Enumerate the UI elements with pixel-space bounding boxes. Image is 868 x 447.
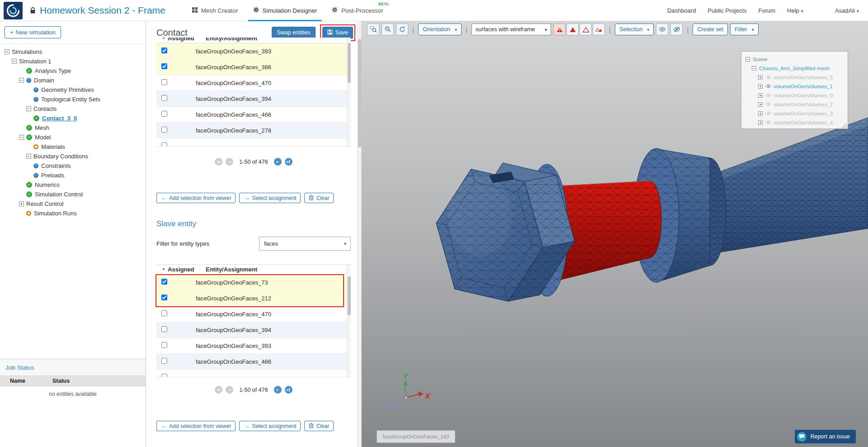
visibility-eye-icon[interactable] xyxy=(765,93,771,98)
row-checkbox[interactable] xyxy=(161,63,167,69)
table-row[interactable]: faceGroupOnGeoFaces_470 xyxy=(156,306,351,322)
visibility-eye-icon[interactable] xyxy=(765,75,771,80)
previous-page-button[interactable]: ◂ xyxy=(226,158,233,166)
previous-page-button[interactable]: ◂ xyxy=(226,386,233,394)
first-page-button[interactable]: ◂ xyxy=(215,386,222,394)
visibility-eye-icon[interactable] xyxy=(765,111,771,116)
nav-forum-link[interactable]: Forum xyxy=(759,7,776,14)
entity-type-select[interactable]: faces ▾ xyxy=(259,237,351,251)
first-page-button[interactable]: ◂ xyxy=(215,158,222,166)
collapse-icon[interactable] xyxy=(19,78,24,83)
sort-caret-icon[interactable]: ▼ xyxy=(162,38,165,40)
scrollbar-thumb[interactable] xyxy=(348,276,351,315)
nav-public-projects-link[interactable]: Public Projects xyxy=(708,7,747,14)
tree-item-contact-3-0[interactable]: Contact_3_0 xyxy=(0,114,146,123)
scene-volume-item[interactable]: volumeOnGeoVolumes_3 xyxy=(745,109,848,118)
last-page-button[interactable]: ▸ xyxy=(285,158,292,166)
expand-icon[interactable] xyxy=(758,111,763,116)
scene-volume-item[interactable]: volumeOnGeoVolumes_4 xyxy=(745,118,848,127)
scene-tree-overlay[interactable]: Scene Chassis_Arm_Simplified mesh volume… xyxy=(741,51,848,129)
table-row[interactable]: faceGroupOnGeoFaces_212 xyxy=(156,290,351,306)
entity-column-header[interactable]: Entity/Assignment xyxy=(196,266,257,273)
clear-button[interactable]: Clear xyxy=(304,193,334,203)
tree-item-materials[interactable]: Materials xyxy=(0,142,146,152)
tree-item-simulations[interactable]: Simulations xyxy=(0,47,146,57)
table-row[interactable]: faceGroupOnGeoFaces_73 xyxy=(156,275,351,290)
tree-item-numerics[interactable]: Numerics xyxy=(0,180,146,190)
filter-dropdown[interactable]: Filter ▾ xyxy=(730,24,759,35)
visibility-eye-icon[interactable] xyxy=(765,120,771,125)
collapse-icon[interactable] xyxy=(12,59,17,64)
collapse-icon[interactable] xyxy=(5,49,9,54)
tree-item-geometry-primitives[interactable]: Geometry Primitives xyxy=(0,85,146,95)
collapse-icon[interactable] xyxy=(19,135,24,140)
row-checkbox[interactable] xyxy=(161,279,167,285)
row-checkbox[interactable] xyxy=(161,342,167,348)
last-page-button[interactable]: ▸ xyxy=(285,386,292,394)
simscale-logo[interactable] xyxy=(4,2,23,19)
create-set-button[interactable]: Create set xyxy=(693,24,728,35)
nav-help-menu[interactable]: Help▾ xyxy=(787,7,803,14)
row-checkbox[interactable] xyxy=(161,295,167,300)
tab-post-processor[interactable]: Post-Processor BETA xyxy=(324,0,390,21)
row-checkbox[interactable] xyxy=(161,79,167,85)
expand-icon[interactable] xyxy=(19,201,24,206)
expand-icon[interactable] xyxy=(758,84,763,89)
tab-mesh-creator[interactable]: Mesh Creator xyxy=(184,0,245,21)
table-row[interactable]: faceGroupOnGeoFaces_470 xyxy=(156,75,351,91)
table-row[interactable]: faceGroupOnGeoFaces_394 xyxy=(156,91,351,107)
visibility-eye-icon[interactable] xyxy=(765,102,771,107)
row-checkbox[interactable] xyxy=(161,310,167,316)
swap-entities-button[interactable]: Swap entities xyxy=(272,27,315,38)
tab-simulation-designer[interactable]: Simulation Designer xyxy=(245,0,325,21)
tree-item-simulation-control[interactable]: Simulation Control xyxy=(0,190,146,199)
scrollbar-thumb[interactable] xyxy=(348,43,351,83)
table-row[interactable]: faceGroupOnGeoFaces_466 xyxy=(156,107,351,123)
tree-item-mesh[interactable]: Mesh xyxy=(0,123,146,133)
table-row[interactable]: faceGroupOnGeoFaces_393 xyxy=(156,338,351,354)
entity-column-header[interactable]: Entity/Assignment xyxy=(196,38,257,42)
show-surfaces-wireframe-button[interactable] xyxy=(593,24,605,35)
table-scrollbar[interactable] xyxy=(347,38,351,146)
visibility-eye-icon[interactable] xyxy=(765,84,771,89)
scene-mesh-item[interactable]: Chassis_Arm_Simplified mesh xyxy=(745,64,848,73)
hide-selected-button[interactable] xyxy=(670,24,683,35)
add-selection-from-viewer-button[interactable]: ←Add selection from viewer xyxy=(156,421,236,431)
report-an-issue-button[interactable]: Report an issue xyxy=(795,430,856,443)
selection-dropdown[interactable]: Selection ▾ xyxy=(615,24,654,35)
scene-volume-item-highlighted[interactable]: volumeOnGeoVolumes_1 xyxy=(745,82,848,91)
select-assignment-button[interactable]: →Select assignment xyxy=(239,421,301,431)
expand-icon[interactable] xyxy=(758,93,763,98)
table-row[interactable]: faceGroupOnGeoFaces_466 xyxy=(156,354,351,370)
tree-item-preloads[interactable]: Preloads xyxy=(0,171,146,180)
expand-icon[interactable] xyxy=(758,75,763,80)
table-row[interactable]: faceGroupOnGeoFaces_386 xyxy=(156,59,351,75)
save-button[interactable]: Save xyxy=(322,27,354,39)
scene-root-item[interactable]: Scene xyxy=(745,55,848,64)
tree-item-analysis-type[interactable]: Analysis Type xyxy=(0,66,146,76)
row-checkbox[interactable] xyxy=(161,48,167,53)
table-row-partial[interactable] xyxy=(156,370,351,377)
table-scrollbar[interactable] xyxy=(347,265,351,377)
table-row[interactable]: faceGroupOnGeoFaces_394 xyxy=(156,322,351,338)
show-surfaces-button[interactable] xyxy=(566,24,579,35)
row-checkbox[interactable] xyxy=(161,111,167,117)
show-mesh-button[interactable] xyxy=(553,24,566,35)
next-page-button[interactable]: ▸ xyxy=(274,386,282,394)
assigned-column-header[interactable]: Assigned xyxy=(168,266,194,273)
expand-icon[interactable] xyxy=(758,120,763,125)
viewport-3d[interactable]: Y X Z | Orientation ▾ | surfaces with wi… xyxy=(362,21,868,447)
row-checkbox[interactable] xyxy=(161,326,167,332)
nav-user-menu[interactable]: AsadAli▾ xyxy=(835,7,859,14)
collapse-icon[interactable] xyxy=(26,106,31,111)
assigned-column-header[interactable]: Assigned xyxy=(168,38,194,42)
panel-scrollbar[interactable] xyxy=(357,21,362,447)
table-row[interactable]: faceGroupOnGeoFaces_393 xyxy=(156,43,351,59)
collapse-icon[interactable] xyxy=(745,57,750,62)
tree-item-model[interactable]: Model xyxy=(0,133,146,142)
tree-item-boundary-conditions[interactable]: Boundary Conditions xyxy=(0,152,146,161)
scrollbar-thumb[interactable] xyxy=(358,39,361,147)
collapse-icon[interactable] xyxy=(26,154,31,159)
nav-dashboard-link[interactable]: Dashboard xyxy=(667,7,696,14)
expand-icon[interactable] xyxy=(758,102,763,107)
